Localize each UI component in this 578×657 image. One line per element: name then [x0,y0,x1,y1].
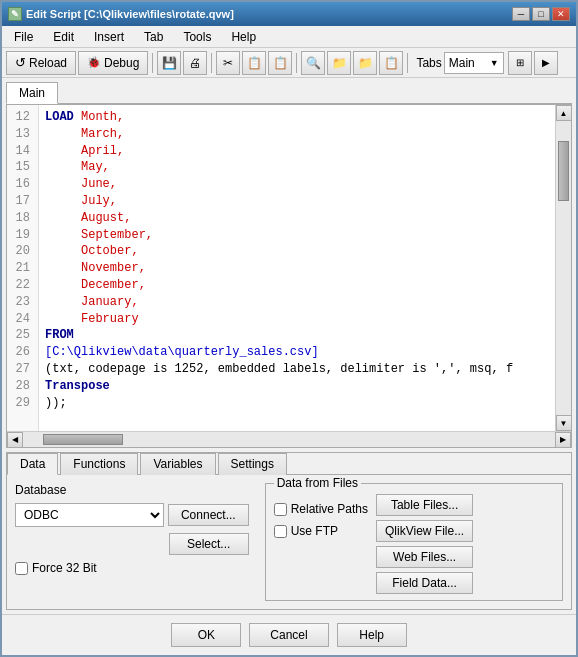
minimize-button[interactable]: ─ [512,7,530,21]
menu-insert[interactable]: Insert [86,28,132,46]
find-button[interactable]: 🔍 [301,51,325,75]
title-bar: ✎ Edit Script [C:\Qlikview\files\rotate.… [2,2,576,26]
qlikview-file-button[interactable]: QlikView File... [376,520,473,542]
database-select[interactable]: ODBC [15,503,164,527]
database-section: Database ODBC Connect... Select... Force… [15,483,249,601]
toolbar-separator-4 [407,53,408,73]
data-files-legend: Data from Files [274,476,361,490]
find-icon: 🔍 [306,56,321,70]
window-title: Edit Script [C:\Qlikview\files\rotate.qv… [26,8,234,20]
line-num-25: 25 [11,327,34,344]
force32bit-checkbox[interactable] [15,562,28,575]
select-row: Select... [15,533,249,555]
paste-button[interactable]: 📋 [268,51,292,75]
hscroll-track[interactable] [23,432,555,447]
debug-button[interactable]: 🐞 Debug [78,51,148,75]
dialog-buttons: OK Cancel Help [2,614,576,655]
paste-icon: 📋 [273,56,288,70]
tabs-manage-button[interactable]: ⊞ [508,51,532,75]
scroll-track[interactable] [556,121,571,415]
debug-label: Debug [104,56,139,70]
scroll-up-arrow[interactable]: ▲ [556,105,572,121]
files-checkboxes: Relative Paths Use FTP [274,494,368,594]
db-select-row: ODBC Connect... [15,503,249,527]
relative-paths-checkbox[interactable] [274,503,287,516]
data-files-group: Data from Files Relative Paths Use FTP [265,483,563,601]
reload-button[interactable]: ↺ Reload [6,51,76,75]
line-num-22: 22 [11,277,34,294]
reload-label: Reload [29,56,67,70]
ok-button[interactable]: OK [171,623,241,647]
connect-button[interactable]: Connect... [168,504,249,526]
tabs-dropdown-arrow: ▼ [490,58,499,68]
toolbar-separator-2 [211,53,212,73]
select-button[interactable]: Select... [169,533,249,555]
title-bar-controls: ─ □ ✕ [512,7,570,21]
debug-icon: 🐞 [87,56,101,69]
tab-variables[interactable]: Variables [140,453,215,475]
app-icon: ✎ [8,7,22,21]
field-data-button[interactable]: Field Data... [376,572,473,594]
use-ftp-row: Use FTP [274,524,368,538]
close-tab-button[interactable]: 📁 [353,51,377,75]
force32bit-row: Force 32 Bit [15,561,249,575]
scroll-thumb[interactable] [558,141,569,201]
content-area: Main 12 13 14 15 16 17 18 19 20 21 22 2 [2,78,576,614]
title-bar-left: ✎ Edit Script [C:\Qlikview\files\rotate.… [8,7,234,21]
menu-tab[interactable]: Tab [136,28,171,46]
print-icon: 🖨 [189,56,201,70]
menu-file[interactable]: File [6,28,41,46]
line-num-17: 17 [11,193,34,210]
cut-button[interactable]: ✂ [216,51,240,75]
code-text[interactable]: LOAD Month, March, April, May, June, Jul… [39,105,555,431]
line-num-28: 28 [11,378,34,395]
tab-data[interactable]: Data [7,453,58,475]
tabs-label: Tabs [416,56,441,70]
maximize-button[interactable]: □ [532,7,550,21]
copy-button[interactable]: 📋 [242,51,266,75]
tabs-manage-icon: ⊞ [516,57,524,68]
line-num-12: 12 [11,109,34,126]
open-button[interactable]: 📁 [327,51,351,75]
save-button[interactable]: 💾 [157,51,181,75]
code-editor: 12 13 14 15 16 17 18 19 20 21 22 23 24 2… [6,104,572,448]
vertical-scrollbar[interactable]: ▲ ▼ [555,105,571,431]
tabs-extra-icon: ▶ [542,57,550,68]
hscroll-thumb[interactable] [43,434,123,445]
table-files-button[interactable]: Table Files... [376,494,473,516]
line-num-23: 23 [11,294,34,311]
menu-bar: File Edit Insert Tab Tools Help [2,26,576,48]
tabs-value: Main [449,56,490,70]
tab-settings[interactable]: Settings [218,453,287,475]
scroll-left-arrow[interactable]: ◀ [7,432,23,448]
menu-edit[interactable]: Edit [45,28,82,46]
files-buttons: Table Files... QlikView File... Web File… [376,494,473,594]
line-numbers: 12 13 14 15 16 17 18 19 20 21 22 23 24 2… [7,105,39,431]
line-num-27: 27 [11,361,34,378]
menu-help[interactable]: Help [223,28,264,46]
data-files-inner: Relative Paths Use FTP Table Files... Ql… [274,494,554,594]
tab-functions[interactable]: Functions [60,453,138,475]
tab-main[interactable]: Main [6,82,58,104]
scroll-down-arrow[interactable]: ▼ [556,415,572,431]
scroll-right-arrow[interactable]: ▶ [555,432,571,448]
line-num-19: 19 [11,227,34,244]
line-num-15: 15 [11,159,34,176]
use-ftp-checkbox[interactable] [274,525,287,538]
web-files-button[interactable]: Web Files... [376,546,473,568]
menu-tools[interactable]: Tools [175,28,219,46]
print-button[interactable]: 🖨 [183,51,207,75]
cancel-button[interactable]: Cancel [249,623,328,647]
tabs-extra-button[interactable]: ▶ [534,51,558,75]
cut-icon: ✂ [223,56,233,70]
insert-button[interactable]: 📋 [379,51,403,75]
horizontal-scrollbar[interactable]: ◀ ▶ [7,431,571,447]
bottom-panel: Data Functions Variables Settings Databa… [6,452,572,610]
help-button[interactable]: Help [337,623,407,647]
close-button[interactable]: ✕ [552,7,570,21]
reload-icon: ↺ [15,55,26,70]
force32bit-label: Force 32 Bit [32,561,97,575]
tabs-dropdown[interactable]: Main ▼ [444,52,504,74]
insert-icon: 📋 [384,56,399,70]
line-num-29: 29 [11,395,34,412]
